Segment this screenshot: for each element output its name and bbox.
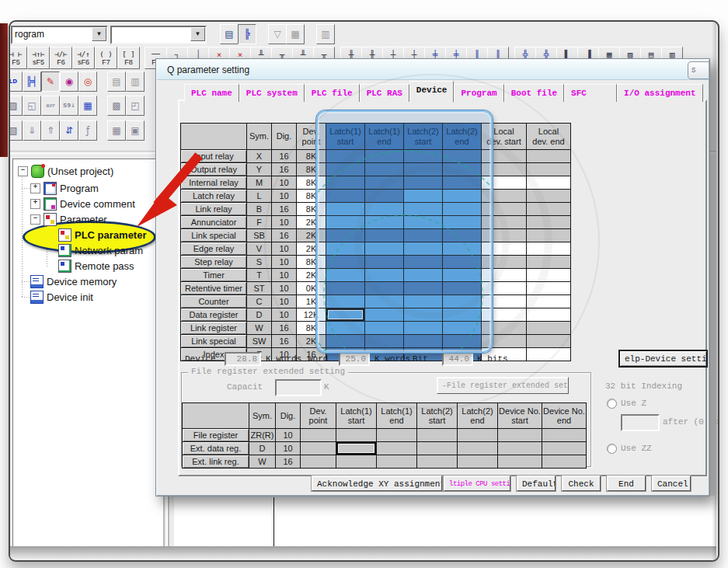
- latch-cell[interactable]: [443, 163, 482, 176]
- dev-point-cell[interactable]: 2K: [297, 216, 326, 229]
- setting-cell[interactable]: [336, 442, 377, 455]
- program-combo[interactable]: rogram ▼: [11, 26, 108, 44]
- latch-cell[interactable]: [326, 295, 365, 308]
- dev-point-cell[interactable]: 8K: [297, 322, 326, 335]
- local-dev-cell[interactable]: [527, 176, 571, 190]
- local-dev-cell[interactable]: [527, 348, 571, 361]
- latch-cell[interactable]: [365, 282, 404, 295]
- setting-cell[interactable]: [336, 429, 377, 442]
- project-tree-button[interactable]: ╠: [238, 24, 256, 44]
- setting-cell[interactable]: [542, 455, 587, 469]
- dev-point-cell[interactable]: 1K: [297, 295, 326, 308]
- collapse-box-icon[interactable]: −: [30, 214, 40, 225]
- copy-tool-button[interactable]: ◱: [23, 96, 41, 116]
- ladder-f6-button[interactable]: ⊣/⊢F6: [50, 47, 72, 69]
- latch-cell[interactable]: [404, 308, 443, 322]
- local-dev-cell[interactable]: [527, 269, 571, 282]
- latch-cell[interactable]: [326, 216, 365, 229]
- use-zz-radio[interactable]: [607, 444, 617, 454]
- dev-point-cell[interactable]: 0K: [297, 282, 326, 295]
- latch-cell[interactable]: [443, 216, 482, 229]
- setting-cell[interactable]: [458, 455, 498, 469]
- find-window-button[interactable]: ▤: [220, 24, 239, 44]
- local-dev-cell[interactable]: [482, 242, 527, 256]
- latch-cell[interactable]: [404, 335, 443, 348]
- ladder-sf5-button[interactable]: ⊣↑⊢sF5: [27, 47, 50, 69]
- local-dev-cell[interactable]: [482, 308, 527, 322]
- setting-cell[interactable]: [498, 455, 542, 469]
- latch-cell[interactable]: [365, 308, 404, 322]
- ladder-f8-button[interactable]: [ ]F8: [117, 47, 140, 69]
- tab-program[interactable]: Program: [454, 84, 503, 102]
- dialog-corner-button[interactable]: S: [688, 61, 709, 79]
- latch-cell[interactable]: [365, 322, 404, 335]
- collapse-box-icon[interactable]: −: [18, 166, 28, 176]
- setting-cell[interactable]: [377, 442, 417, 455]
- latch-cell[interactable]: [443, 242, 482, 256]
- dev-point-cell[interactable]: 8K: [297, 176, 326, 190]
- tree-item-network-param[interactable]: Network param: [58, 242, 143, 258]
- latch-cell[interactable]: [404, 295, 443, 308]
- grid-arrow-button[interactable]: ◰: [126, 96, 145, 116]
- latch-cell[interactable]: [326, 256, 365, 269]
- grid-blue-button[interactable]: ▦: [78, 96, 97, 116]
- latch-cell[interactable]: [443, 308, 482, 322]
- tree-item-device-memory[interactable]: Device memory: [30, 274, 117, 289]
- chevron-down-icon[interactable]: ▼: [190, 27, 205, 41]
- latch-cell[interactable]: [404, 150, 443, 163]
- setting-cell[interactable]: [377, 455, 417, 469]
- dev-point-cell[interactable]: 8K: [297, 203, 326, 216]
- latch-cell[interactable]: [443, 150, 482, 163]
- tab-plc-system[interactable]: PLC system: [239, 84, 305, 102]
- latch-cell[interactable]: [443, 322, 482, 335]
- grid-multi-button[interactable]: ▩: [107, 96, 126, 116]
- local-dev-cell[interactable]: [527, 242, 571, 256]
- local-dev-cell[interactable]: [527, 282, 571, 295]
- latch-cell[interactable]: [365, 269, 404, 282]
- latch-cell[interactable]: [443, 190, 482, 203]
- setting-cell[interactable]: [542, 442, 587, 455]
- ladder-mode-icon[interactable]: LD: [9, 71, 23, 92]
- expand-box-icon[interactable]: +: [30, 183, 40, 193]
- read-mode-button[interactable]: ╠╡: [23, 71, 41, 92]
- check-button[interactable]: Check: [562, 476, 601, 491]
- latch-cell[interactable]: [326, 163, 365, 176]
- cascade-windows-button[interactable]: ▣: [126, 120, 145, 141]
- latch-cell[interactable]: [404, 256, 443, 269]
- write-mode-button[interactable]: ✎: [41, 71, 60, 92]
- expand-box-icon[interactable]: +: [30, 199, 40, 209]
- latch-cell[interactable]: [326, 176, 365, 190]
- setting-cell[interactable]: [458, 429, 498, 442]
- tab-i-o-assignment[interactable]: I/O assignment: [617, 84, 702, 102]
- latch-cell[interactable]: [326, 229, 365, 242]
- dev-point-cell[interactable]: 12K: [297, 308, 326, 322]
- latch-cell[interactable]: [365, 216, 404, 229]
- latch-cell[interactable]: [404, 229, 443, 242]
- latch-cell[interactable]: [443, 176, 482, 190]
- latch-cell[interactable]: [443, 256, 482, 269]
- ladder-f7-button[interactable]: ( )F7: [95, 47, 117, 69]
- dev-point-cell[interactable]: 8K: [297, 256, 326, 269]
- download-button[interactable]: ⇓: [23, 120, 41, 141]
- monitor-mode-button[interactable]: ◉: [60, 71, 78, 92]
- convert-button[interactable]: ▽: [268, 24, 287, 44]
- capacity-input[interactable]: [275, 379, 322, 396]
- latch-cell[interactable]: [326, 269, 365, 282]
- setting-cell[interactable]: [417, 442, 458, 455]
- tab-boot-file[interactable]: Boot file: [504, 84, 564, 102]
- dev-point-cell[interactable]: 8K: [297, 190, 326, 203]
- local-dev-cell[interactable]: [482, 176, 527, 190]
- tree-item-unset-project[interactable]: −(Unset project): [18, 163, 113, 179]
- latch-cell[interactable]: [326, 242, 365, 256]
- step-run-button[interactable]: S9↓: [60, 96, 78, 116]
- setting-cell[interactable]: [301, 455, 336, 469]
- tree-item-program[interactable]: +Program: [30, 180, 99, 196]
- latch-cell[interactable]: [365, 335, 404, 348]
- help-device-setting-button[interactable]: elp-Device settin: [618, 350, 708, 368]
- chevron-down-icon[interactable]: ▼: [92, 27, 106, 41]
- latch-cell[interactable]: [326, 322, 365, 335]
- setting-cell[interactable]: [301, 429, 336, 442]
- ladder-sf6-button[interactable]: ⊣/↑sF6: [72, 47, 95, 69]
- statement-display-button[interactable]: ▥: [126, 71, 145, 92]
- tree-item-remote-pass[interactable]: Remote pass: [58, 258, 134, 274]
